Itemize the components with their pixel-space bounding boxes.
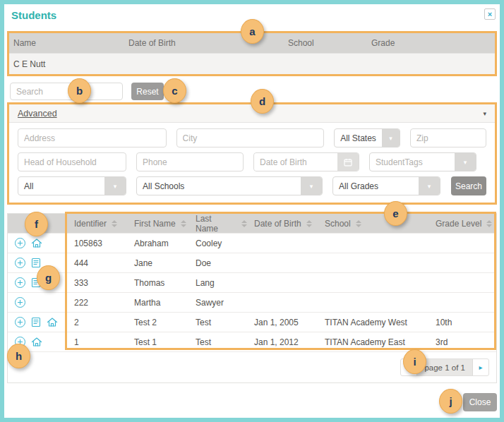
results-column-label: Grade Level — [436, 219, 481, 229]
chevron-down-icon[interactable]: ▾ — [419, 177, 440, 195]
city-field[interactable] — [176, 128, 325, 147]
plus-circle-icon[interactable] — [15, 258, 25, 268]
selected-col-grade: Grade — [371, 38, 491, 48]
selected-student-name: C E Nutt — [13, 59, 128, 69]
annotation-d: d — [251, 89, 274, 114]
plus-circle-icon[interactable] — [15, 297, 25, 308]
table-row[interactable]: 1Test 1TestJan 1, 2012TITAN Academy East… — [8, 332, 496, 351]
sort-icon[interactable] — [486, 220, 492, 227]
annotation-a: a — [241, 19, 264, 44]
next-page-icon[interactable]: ▸ — [473, 359, 488, 375]
states-dropdown-value: All States — [335, 129, 382, 147]
cell-last-name: Test — [188, 337, 247, 347]
close-button[interactable]: Close — [463, 393, 497, 411]
results-column-header: Last Name — [188, 214, 247, 234]
sort-icon[interactable] — [241, 220, 247, 227]
results-column-header: Date of Birth — [247, 219, 318, 229]
cell-first-name: Jane — [127, 258, 188, 268]
cell-identifier: 2 — [67, 318, 127, 327]
results-column-header: First Name — [127, 219, 188, 229]
phone-field[interactable] — [136, 152, 244, 171]
home-icon[interactable] — [31, 238, 42, 248]
results-column-header: Identifier — [67, 219, 127, 229]
cell-last-name: Cooley — [188, 239, 247, 248]
home-icon[interactable] — [31, 337, 42, 347]
advanced-search-button[interactable]: Search — [451, 176, 486, 195]
status-dropdown[interactable]: All ▾ — [18, 176, 126, 195]
annotation-b: b — [68, 78, 91, 103]
table-row[interactable]: 105863AbrahamCooley — [8, 233, 496, 253]
date-of-birth-group — [253, 152, 359, 171]
cell-identifier: 333 — [67, 278, 127, 288]
cell-first-name: Abraham — [127, 239, 188, 248]
schools-dropdown-value: All Schools — [137, 177, 301, 195]
annotation-h: h — [7, 344, 30, 368]
annotation-c: c — [163, 78, 186, 103]
cell-last-name: Sawyer — [188, 298, 247, 308]
head-of-household-field[interactable] — [18, 152, 126, 171]
collapse-caret-icon[interactable]: ▾ — [483, 110, 486, 117]
plus-circle-icon[interactable] — [15, 317, 25, 327]
schools-dropdown[interactable]: All Schools ▾ — [136, 176, 323, 195]
results-column-header: Grade Level — [428, 219, 496, 229]
calendar-icon[interactable] — [337, 153, 359, 171]
results-column-label: Date of Birth — [254, 219, 301, 229]
row-actions — [8, 317, 67, 327]
annotation-g: g — [37, 265, 60, 290]
sort-icon[interactable] — [306, 220, 312, 227]
date-of-birth-field[interactable] — [254, 153, 337, 171]
annotation-j: j — [439, 389, 462, 414]
search-input[interactable] — [10, 83, 123, 100]
chevron-down-icon[interactable]: ▾ — [455, 153, 476, 171]
cell-school: TITAN Academy East — [318, 337, 428, 347]
reset-button[interactable]: Reset — [131, 83, 164, 100]
selected-col-name: Name — [13, 38, 128, 48]
sort-icon[interactable] — [356, 220, 361, 227]
address-field[interactable] — [18, 128, 167, 147]
cell-first-name: Thomas — [127, 278, 188, 288]
cell-identifier: 444 — [67, 258, 127, 268]
plus-circle-icon[interactable] — [15, 238, 25, 248]
selected-student-row[interactable]: C E Nutt — [9, 53, 495, 74]
sort-icon[interactable] — [112, 220, 117, 227]
students-modal: Students × Name Date of Birth School Gra… — [0, 0, 504, 422]
cell-last-name: Doe — [188, 258, 247, 268]
cell-last-name: Lang — [188, 278, 247, 288]
cell-last-name: Test — [188, 318, 247, 327]
close-x-icon: × — [488, 11, 492, 18]
document-icon[interactable] — [31, 258, 41, 268]
states-dropdown[interactable]: All States ▾ — [334, 128, 400, 147]
window-close-button[interactable]: × — [484, 8, 496, 20]
advanced-row-1: All States ▾ — [18, 128, 486, 147]
grades-dropdown[interactable]: All Grades ▾ — [332, 176, 440, 195]
results-column-label: Last Name — [196, 214, 236, 234]
table-row[interactable]: 222MarthaSawyer — [8, 292, 496, 312]
sort-icon[interactable] — [181, 220, 186, 227]
annotation-f: f — [25, 212, 48, 236]
cell-school: TITAN Academy West — [318, 318, 428, 327]
page-title: Students — [11, 9, 56, 21]
results-header-row: IdentifierFirst NameLast NameDate of Bir… — [8, 214, 496, 233]
chevron-down-icon[interactable]: ▾ — [104, 177, 126, 195]
results-column-label: School — [325, 219, 351, 229]
cell-first-name: Test 2 — [127, 318, 188, 327]
document-icon[interactable] — [31, 317, 41, 327]
results-column-label: First Name — [134, 219, 176, 229]
table-row[interactable]: 2Test 2TestJan 1, 2005TITAN Academy West… — [8, 312, 496, 332]
cell-identifier: 222 — [67, 298, 127, 308]
row-actions — [8, 238, 67, 248]
table-row[interactable]: 444JaneDoe — [8, 253, 496, 272]
student-tags-dropdown[interactable]: StudentTags ▾ — [369, 152, 476, 171]
plus-circle-icon[interactable] — [15, 277, 25, 288]
status-dropdown-value: All — [18, 177, 104, 195]
student-tags-value: StudentTags — [370, 153, 455, 171]
home-icon[interactable] — [47, 317, 58, 327]
table-row[interactable]: 333ThomasLang — [8, 272, 496, 292]
chevron-down-icon[interactable]: ▾ — [382, 129, 400, 147]
advanced-toggle-link[interactable]: Advanced — [18, 109, 57, 119]
chevron-down-icon[interactable]: ▾ — [301, 177, 322, 195]
cell-date-of-birth: Jan 1, 2012 — [247, 337, 318, 347]
grades-dropdown-value: All Grades — [333, 177, 419, 195]
advanced-row-2: StudentTags ▾ — [18, 152, 486, 171]
zip-field[interactable] — [410, 128, 486, 147]
